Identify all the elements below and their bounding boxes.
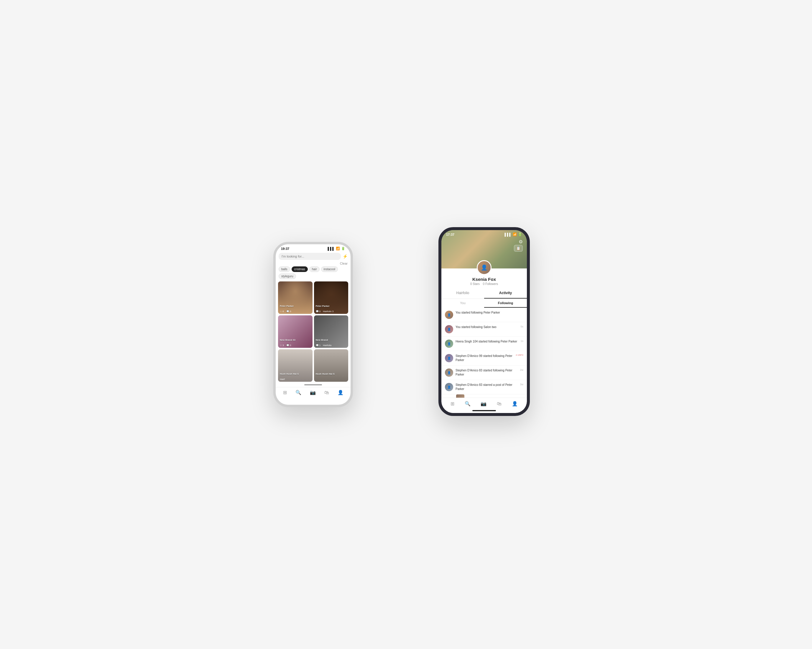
tab-activity[interactable]: Activity xyxy=(484,288,527,298)
activity-avatar-2: 👤 xyxy=(445,325,453,333)
profile-stats: 0 Stars 0 Followers xyxy=(446,282,522,286)
nav-shop-right[interactable]: 🛍 xyxy=(497,401,502,407)
tag-cristmas[interactable]: cristmas xyxy=(292,266,308,272)
left-phone: 19:37 ▌▌▌ 📶 🔋 ⚡ Clear balls cristmas hai… xyxy=(273,242,353,407)
wifi-icon: 📶 xyxy=(336,246,340,251)
profile-avatar: 👤 xyxy=(477,260,491,275)
activity-item-3[interactable]: 👤 Heera Singh 104 started following Pete… xyxy=(441,337,527,351)
star-count-brand1: ☆ 3 xyxy=(280,344,284,347)
activity-thumbnail xyxy=(456,395,464,398)
cell-label-hush1: Hush Hush Hai S xyxy=(280,373,299,375)
right-battery-icon: 🔋 xyxy=(518,233,522,236)
filter-button[interactable]: ⚡ xyxy=(343,254,348,259)
cell-icons-hush1: Hairf xyxy=(280,378,285,381)
comment-count-brand1: 💬 0 xyxy=(286,344,291,347)
activity-thumb-row xyxy=(441,395,527,398)
activity-text-4: Stephen D'Amico 99 started following Pet… xyxy=(456,354,513,362)
cell-label-peter2: Peter Parker xyxy=(316,305,330,308)
sub-footer-brand2: Hairfolio xyxy=(323,344,331,347)
nav-camera-left[interactable]: 📷 xyxy=(310,390,316,395)
left-status-bar: 19:37 ▌▌▌ 📶 🔋 xyxy=(276,244,351,252)
profile-name: Ksenia Fox xyxy=(446,277,522,282)
battery-icon: 🔋 xyxy=(341,246,345,251)
main-tabs: Hairfolio Activity xyxy=(441,288,527,299)
search-input[interactable] xyxy=(279,253,341,260)
activity-time-4: 4 UNFO xyxy=(516,354,524,356)
tag-hair[interactable]: hair xyxy=(309,266,320,272)
right-phone: 17:37 ▌▌▌ 📶 🔋 ⚙ 📋 👤 Ksenia Fox 0 Stars xyxy=(438,227,530,416)
nav-profile-left[interactable]: 👤 xyxy=(337,390,343,395)
cell-label-brand1: New Brand 43 xyxy=(280,339,295,341)
activity-avatar-6: 👤 xyxy=(445,383,453,391)
grid-cell-peter2[interactable]: Peter Parker 💬 0 Hairfolin 3 xyxy=(314,282,348,314)
cell-label-brand2: New Brand xyxy=(316,339,328,341)
activity-text-1: You started following Peter Parker xyxy=(456,311,521,315)
activity-time-6: 3w xyxy=(520,383,524,386)
activity-text-2: You started following Salon two xyxy=(456,325,518,329)
profile-stars: 0 Stars xyxy=(470,282,480,286)
right-signal-icon: ▌▌▌ xyxy=(505,233,511,236)
comment-count-brand2: 💬 1 xyxy=(316,344,321,347)
grid-cell-hush2[interactable]: Hush Hush Hai S xyxy=(314,349,348,382)
sub-tab-following[interactable]: Following xyxy=(484,299,527,308)
activity-avatar-4: 👤 xyxy=(445,354,453,362)
cell-label-peter1: Peter Parker xyxy=(280,305,294,308)
activity-item-6[interactable]: 👤 Stephen D'Amico 83 starred a post of P… xyxy=(441,380,527,395)
profile-card-button[interactable]: 📋 xyxy=(514,245,523,252)
sub-tab-you[interactable]: You xyxy=(441,299,484,308)
comment-count-peter2: 💬 0 xyxy=(316,310,321,313)
grid-cell-hush1[interactable]: Hush Hush Hai S Hairf xyxy=(278,349,313,382)
nav-search-right[interactable]: 🔍 xyxy=(465,401,470,407)
cell-label-hush2: Hush Hush Hai S xyxy=(316,373,335,375)
grid-row-3: Hush Hush Hai S Hairf Hush Hush Hai S xyxy=(278,349,348,382)
right-bottom-nav: ⊞ 🔍 📷 🛍 👤 xyxy=(441,398,527,409)
nav-home-right[interactable]: ⊞ xyxy=(450,401,454,407)
grid-cell-peter1[interactable]: Peter Parker ☆ 6 💬 0 xyxy=(278,282,313,314)
right-status-bar: 17:37 ▌▌▌ 📶 🔋 xyxy=(441,233,527,236)
activity-item-4[interactable]: 👤 Stephen D'Amico 99 started following P… xyxy=(441,351,527,366)
nav-camera-right[interactable]: 📷 xyxy=(481,401,487,407)
grid-cell-brand2[interactable]: New Brand 💬 1 Hairfolio xyxy=(314,315,348,348)
scene: 19:37 ▌▌▌ 📶 🔋 ⚡ Clear balls cristmas hai… xyxy=(273,218,539,431)
right-wifi-icon: 📶 xyxy=(513,233,517,236)
cell-icons-brand2: 💬 1 Hairfolio xyxy=(316,344,332,347)
cell-icons-peter1: ☆ 6 💬 0 xyxy=(280,310,291,313)
activity-item-1[interactable]: 👤 You started following Peter Parker xyxy=(441,308,527,322)
activity-item-2[interactable]: 👤 You started following Salon two 5s xyxy=(441,322,527,337)
cell-icons-brand1: ☆ 3 💬 0 xyxy=(280,344,291,347)
grid-cell-brand1[interactable]: New Brand 43 ☆ 3 💬 0 xyxy=(278,315,313,348)
signal-icon: ▌▌▌ xyxy=(328,247,335,251)
profile-followers: 0 Followers xyxy=(483,282,498,286)
activity-time-2: 5s xyxy=(520,325,524,328)
nav-home-left[interactable]: ⊞ xyxy=(283,390,287,395)
activity-time-3: 1s xyxy=(520,340,524,343)
comment-count-peter1: 💬 0 xyxy=(286,310,291,313)
left-time: 19:37 xyxy=(281,247,289,251)
activity-list: 👤 You started following Peter Parker 👤 Y… xyxy=(441,308,527,398)
clear-label[interactable]: Clear xyxy=(340,262,348,265)
profile-header: 17:37 ▌▌▌ 📶 🔋 ⚙ 📋 👤 xyxy=(441,230,527,268)
activity-avatar-1: 👤 xyxy=(445,311,453,319)
left-status-icons: ▌▌▌ 📶 🔋 xyxy=(328,246,345,251)
activity-item-5[interactable]: 👤 Stephen D'Amico 83 started following P… xyxy=(441,366,527,380)
nav-profile-right[interactable]: 👤 xyxy=(512,401,518,407)
right-phone-screen: 17:37 ▌▌▌ 📶 🔋 ⚙ 📋 👤 Ksenia Fox 0 Stars xyxy=(441,230,527,413)
grid-row-2: New Brand 43 ☆ 3 💬 0 New Brand 💬 1 Hairf… xyxy=(278,315,348,348)
image-grid: Peter Parker ☆ 6 💬 0 Peter Parker 💬 0 Ha… xyxy=(276,282,351,383)
cell-icons-peter2: 💬 0 Hairfolin 3 xyxy=(316,310,334,313)
nav-shop-left[interactable]: 🛍 xyxy=(324,390,329,395)
tag-styleguru[interactable]: styleguru xyxy=(279,274,296,279)
activity-text-5: Stephen D'Amico 83 started following Pet… xyxy=(456,369,517,377)
tab-hairfolio[interactable]: Hairfolio xyxy=(441,288,484,298)
gear-button[interactable]: ⚙ xyxy=(519,239,523,245)
tag-instacool[interactable]: instacool xyxy=(321,266,338,272)
left-home-indicator xyxy=(276,383,351,386)
left-phone-screen: 19:37 ▌▌▌ 📶 🔋 ⚡ Clear balls cristmas hai… xyxy=(276,244,351,405)
activity-avatar-3: 👤 xyxy=(445,340,453,348)
left-bottom-nav: ⊞ 🔍 📷 🛍 👤 xyxy=(276,387,351,397)
nav-search-left[interactable]: 🔍 xyxy=(295,390,301,395)
sub-footer-peter2: Hairfolin 3 xyxy=(323,310,333,313)
activity-text-6: Stephen D'Amico 83 starred a post of Pet… xyxy=(456,383,517,391)
tag-balls[interactable]: balls xyxy=(279,266,290,272)
search-bar-area: ⚡ xyxy=(276,252,351,262)
